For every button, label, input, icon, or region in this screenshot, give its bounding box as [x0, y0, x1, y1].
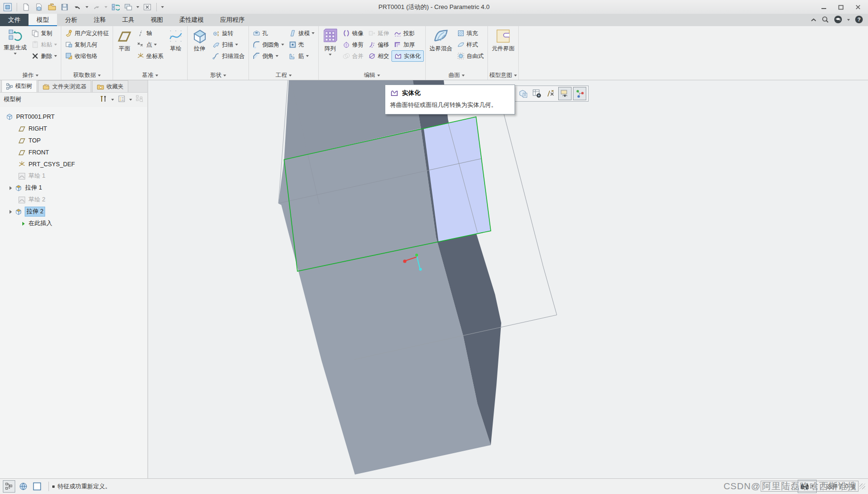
browser-icon[interactable] — [18, 481, 29, 492]
tree-item-insert-here[interactable]: 在此插入 — [0, 218, 147, 229]
delete-button[interactable]: 删除 — [29, 50, 59, 62]
plane-button[interactable]: 平面 — [114, 27, 134, 53]
tree-tools-dropdown-icon[interactable] — [111, 99, 114, 101]
point-dropdown-icon[interactable] — [154, 44, 157, 46]
freestyle-button[interactable]: 自由式 — [455, 50, 486, 62]
undo-button[interactable] — [73, 2, 82, 12]
tree-item-top-plane[interactable]: TOP — [0, 134, 147, 146]
tree-filter-icon[interactable] — [136, 95, 143, 104]
axis-button[interactable]: 轴 — [134, 28, 166, 39]
merge-button[interactable]: 合并 — [340, 50, 366, 62]
toggle-navigator-icon[interactable] — [3, 480, 15, 493]
tab-annotate[interactable]: 注释 — [86, 14, 114, 26]
tab-favorites[interactable]: 收藏夹 — [92, 80, 128, 92]
undo-dropdown-icon[interactable] — [86, 6, 88, 8]
tree-item-right-plane[interactable]: RIGHT — [0, 123, 147, 134]
spin-center-icon[interactable] — [573, 87, 586, 100]
viewport-background[interactable] — [148, 80, 868, 479]
expand-icon[interactable] — [10, 186, 12, 190]
chamfer-dropdown-icon[interactable] — [276, 55, 278, 57]
extend-button[interactable]: 延伸 — [366, 28, 391, 39]
tree-item-part[interactable]: PRT0001.PRT — [0, 111, 147, 123]
learning-dropdown-icon[interactable] — [847, 19, 850, 21]
tree-settings-icon[interactable] — [118, 95, 125, 104]
collapse-ribbon-icon[interactable] — [811, 17, 817, 23]
revolve-button[interactable]: 旋转 — [210, 28, 247, 39]
full-screen-icon[interactable] — [31, 481, 43, 492]
group-label-operations[interactable]: 操作 — [0, 71, 61, 80]
saved-orientations-icon[interactable] — [517, 87, 529, 100]
tab-analysis[interactable]: 分析 — [57, 14, 86, 26]
pattern-button[interactable]: 阵列 — [320, 27, 340, 56]
tab-folder-browser[interactable]: 文件夹浏览器 — [38, 80, 91, 92]
search-icon[interactable] — [821, 16, 829, 25]
extrude-button[interactable]: 拉伸 — [189, 27, 210, 53]
close-button[interactable] — [851, 2, 865, 12]
pattern-dropdown-icon[interactable] — [329, 54, 332, 56]
sweep-button[interactable]: 扫描 — [210, 39, 247, 50]
project-button[interactable]: 投影 — [391, 28, 424, 39]
maximize-button[interactable] — [834, 2, 848, 12]
tab-tools[interactable]: 工具 — [114, 14, 143, 26]
group-label-model-intent[interactable]: 模型意图 — [488, 71, 518, 80]
round-dropdown-icon[interactable] — [281, 44, 284, 46]
tab-file[interactable]: 文件 — [0, 14, 29, 26]
view-manager-icon[interactable] — [531, 87, 543, 100]
solidify-button[interactable]: 实体化 — [391, 50, 424, 62]
redo-dropdown-icon[interactable] — [105, 6, 107, 8]
rib-button[interactable]: 筋 — [286, 50, 317, 62]
tree-item-front-plane[interactable]: FRONT — [0, 146, 147, 158]
swept-blend-button[interactable]: 扫描混合 — [210, 50, 247, 62]
new-model-button[interactable] — [34, 2, 44, 12]
group-label-get-data[interactable]: 获取数据 — [61, 71, 113, 80]
group-label-editing[interactable]: 编辑 — [319, 71, 425, 80]
annotation-display-icon[interactable] — [558, 87, 572, 100]
group-label-datum[interactable]: 基准 — [113, 71, 187, 80]
hole-button[interactable]: 孔 — [250, 28, 286, 39]
help-icon[interactable]: ? — [855, 15, 863, 25]
tree-item-csys[interactable]: PRT_CSYS_DEF — [0, 158, 147, 170]
group-label-shapes[interactable]: 形状 — [188, 71, 248, 80]
copy-button[interactable]: 复制 — [29, 28, 59, 39]
round-button[interactable]: 倒圆角 — [250, 39, 286, 50]
close-window-button[interactable] — [143, 2, 152, 12]
tree-item-sketch2[interactable]: 草绘 2 — [0, 194, 147, 206]
tab-applications[interactable]: 应用程序 — [212, 14, 253, 26]
learning-center-icon[interactable] — [834, 15, 842, 25]
tab-model[interactable]: 模型 — [29, 14, 57, 26]
draft-button[interactable]: 拔模 — [286, 28, 317, 39]
csys-button[interactable]: 坐标系 — [134, 50, 166, 62]
graphics-viewport[interactable]: 实体化 将曲面特征或面组几何转换为实体几何。 — [148, 80, 868, 479]
datum-display-filter-icon[interactable] — [544, 87, 557, 100]
delete-dropdown-icon[interactable] — [54, 55, 57, 57]
boundary-blend-button[interactable]: 边界混合 — [427, 27, 455, 53]
open-file-button[interactable] — [47, 2, 57, 12]
shell-button[interactable]: 壳 — [286, 39, 317, 50]
tree-tools-icon[interactable] — [100, 95, 107, 104]
redo-button[interactable] — [92, 2, 101, 12]
group-label-surfaces[interactable]: 曲面 — [426, 71, 487, 80]
shrinkwrap-button[interactable]: 收缩包络 — [63, 50, 111, 62]
rib-dropdown-icon[interactable] — [306, 55, 309, 57]
paste-button[interactable]: 粘贴 — [29, 39, 59, 50]
tree-settings-dropdown-icon[interactable] — [129, 99, 132, 101]
chamfer-button[interactable]: 倒角 — [250, 50, 286, 62]
resize-grip[interactable] — [859, 484, 865, 489]
minimize-button[interactable] — [817, 2, 831, 12]
expand-icon[interactable] — [10, 210, 12, 214]
offset-button[interactable]: 偏移 — [366, 39, 391, 50]
app-menu-button[interactable] — [3, 2, 12, 12]
fill-button[interactable]: 填充 — [455, 28, 486, 39]
tab-model-tree[interactable]: 模型树 — [1, 80, 37, 92]
point-button[interactable]: 点 — [134, 39, 166, 50]
draft-dropdown-icon[interactable] — [312, 32, 315, 34]
copy-geometry-button[interactable]: 复制几何 — [63, 39, 111, 50]
tree-item-sketch1[interactable]: 草绘 1 — [0, 170, 147, 182]
tab-view[interactable]: 视图 — [143, 14, 171, 26]
tree-item-extrude2[interactable]: 拉伸 2 — [0, 206, 147, 218]
trim-button[interactable]: 修剪 — [340, 39, 366, 50]
regenerate-quick-button[interactable] — [111, 2, 120, 12]
windows-dropdown-icon[interactable] — [136, 6, 139, 8]
thicken-button[interactable]: 加厚 — [391, 39, 424, 50]
sketch-button[interactable]: 草绘 — [166, 27, 186, 53]
